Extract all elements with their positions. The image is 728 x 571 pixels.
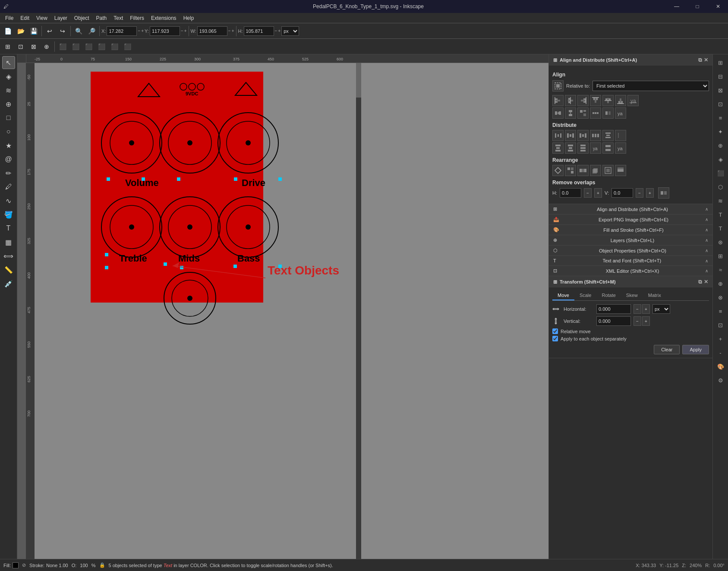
menu-file[interactable]: File [2,14,17,22]
far-icon-1[interactable]: ⊞ [715,57,727,69]
align-bottom[interactable]: ⬛ [121,41,133,53]
select-tool[interactable]: ↖ [2,56,15,69]
align-distribute-collapsed[interactable]: ⊞ Align and Distribute (Shift+Ctrl+A) ∧ [549,204,712,215]
far-icon-7[interactable]: ⊕ [715,139,727,151]
undo-button[interactable]: ↩ [44,25,56,37]
dist-text-baselines-v[interactable]: ya [590,142,601,154]
vertical-input[interactable] [596,316,631,326]
ellipse-tool[interactable]: ○ [2,125,15,138]
horizontal-input[interactable] [596,304,631,314]
far-icon-10[interactable]: ⬡ [715,181,727,193]
dist-centers-h[interactable] [565,130,576,141]
dist-gaps-h[interactable] [590,130,601,141]
rearrange-random[interactable] [565,165,576,176]
menu-object[interactable]: Object [71,14,93,22]
eyedropper-tool[interactable]: 💉 [2,277,15,290]
overlap-h-input[interactable] [560,188,581,198]
align-pixel-snap[interactable]: ya [615,107,626,119]
align-exchange-x[interactable] [552,107,564,119]
fill-stroke-header[interactable]: 🎨 Fill and Stroke (Shift+Ctrl+F) ∧ [549,225,712,235]
menu-extensions[interactable]: Extensions [148,14,180,22]
menu-view[interactable]: View [33,14,51,22]
apply-each-checkbox[interactable] [552,336,558,341]
overlap-h-minus[interactable]: − [584,188,592,198]
dist-right-edges[interactable] [577,130,589,141]
far-icon-zoom-in[interactable]: + [715,333,727,345]
align-panel-undock[interactable]: ⧉ [698,57,702,63]
snap-center[interactable]: ⊕ [41,41,53,53]
transform-undock[interactable]: ⧉ [698,279,702,285]
align-centers-h[interactable] [602,95,614,106]
treble-label[interactable]: Treble [119,253,147,264]
far-icon-15[interactable]: ⊞ [715,250,727,262]
far-icon-2[interactable]: ⊟ [715,70,727,82]
tab-scale[interactable]: Scale [574,291,597,300]
align-panel-header[interactable]: ⊞ Align and Distribute (Shift+Ctrl+A) ⧉ … [549,54,712,66]
overlap-v-plus[interactable]: + [646,188,654,198]
new-button[interactable]: 📄 [2,25,14,37]
far-icon-3[interactable]: ⊠ [715,84,727,96]
dist-gaps-v[interactable] [577,142,589,154]
align-unclump[interactable] [590,107,601,119]
align-centers-v[interactable] [565,95,576,106]
far-icon-config[interactable]: ⚙ [715,374,727,386]
menu-filters[interactable]: Filters [126,14,148,22]
dist-centers-v[interactable] [552,142,564,154]
tab-move[interactable]: Move [552,291,574,300]
redo-button[interactable]: ↪ [57,25,69,37]
far-icon-5[interactable]: ≡ [715,112,727,124]
far-icon-9[interactable]: ⬛ [715,167,727,179]
far-icon-16[interactable]: ≈ [715,264,727,276]
rearrange-stack[interactable] [590,165,601,176]
minimize-button[interactable]: — [667,0,687,13]
transform-close[interactable]: ✕ [704,279,708,285]
menu-text[interactable]: Text [110,14,126,22]
h-stepper-minus[interactable]: − [275,28,277,33]
far-icon-19[interactable]: ≡ [715,305,727,317]
snap-bbox[interactable]: ⊠ [28,41,40,53]
w-stepper-minus[interactable]: − [228,28,231,33]
knob1-dot[interactable] [129,140,134,145]
menu-edit[interactable]: Edit [17,14,33,22]
pencil-tool[interactable]: ✏ [2,167,15,180]
knob4-dot[interactable] [129,224,134,230]
far-icon-8[interactable]: ◈ [715,153,727,165]
zoom-in-button[interactable]: 🔍 [72,25,85,37]
mids-label[interactable]: Mids [178,253,200,264]
menu-path[interactable]: Path [93,14,110,22]
spiral-tool[interactable]: @ [2,153,15,166]
align-left-edges[interactable] [552,95,564,106]
far-icon-zoom-out[interactable]: - [715,347,727,359]
h-stepper-plus[interactable]: + [278,28,280,33]
canvas-area[interactable]: -25 0 75 150 225 300 375 450 525 600 -50… [17,54,548,559]
far-icon-14[interactable]: ⊛ [715,236,727,248]
horizontal-plus[interactable]: + [642,304,650,314]
menu-help[interactable]: Help [180,14,198,22]
far-icon-12[interactable]: T [715,208,727,221]
clear-button[interactable]: Clear [654,345,680,354]
far-icon-18[interactable]: ⊗ [715,291,727,303]
dist-exchange-v[interactable] [602,142,614,154]
rearrange-stack2[interactable] [602,165,614,176]
measure-tool[interactable]: 📏 [2,263,15,276]
far-icon-palette[interactable]: 🎨 [715,360,727,372]
pcb-board[interactable] [91,72,263,303]
star-tool[interactable]: ★ [2,139,15,152]
save-button[interactable]: 💾 [28,25,40,37]
relative-move-checkbox[interactable] [552,328,558,334]
snap-toggle[interactable]: ⊞ [2,41,14,53]
tab-matrix[interactable]: Matrix [643,291,666,300]
knob3-dot[interactable] [246,140,251,145]
zoom-out-button[interactable]: 🔎 [85,25,98,37]
paint-tool[interactable]: 🪣 [2,208,15,221]
dist-left-edges[interactable] [552,130,564,141]
layers-header[interactable]: ⊕ Layers (Shift+Ctrl+L) ∧ [549,235,712,246]
close-button[interactable]: ✕ [708,0,728,13]
dist-text-baselines[interactable]: ┊ [615,130,626,141]
align-right[interactable]: ⬛ [82,41,95,53]
unit-selector[interactable]: px mm cm in [281,26,299,36]
x-input[interactable] [107,26,137,36]
align-center[interactable]: ⬛ [69,41,82,53]
gradient-tool[interactable]: ▦ [2,236,15,249]
y-input[interactable] [150,26,180,36]
